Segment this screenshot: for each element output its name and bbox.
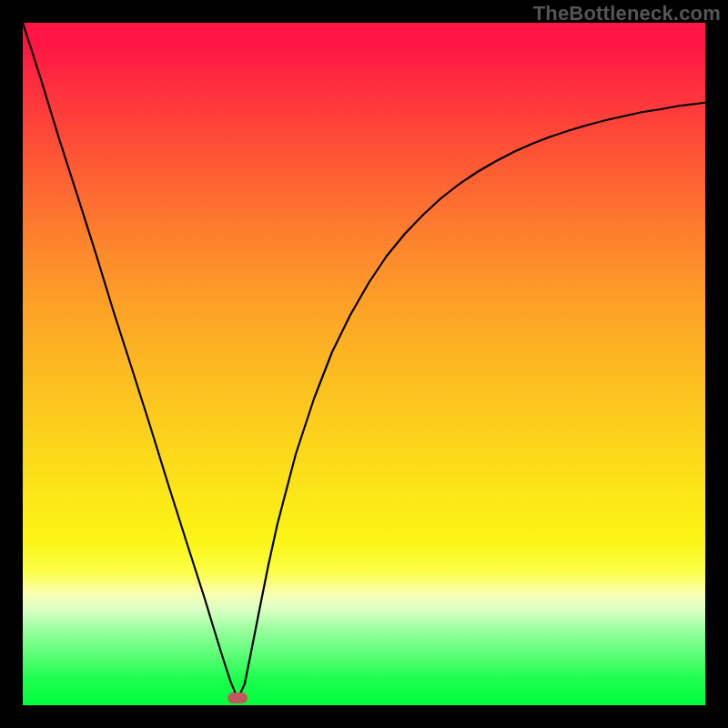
bottleneck-curve: [23, 23, 705, 705]
chart-frame: TheBottleneck.com: [0, 0, 728, 728]
watermark-text: TheBottleneck.com: [533, 2, 721, 25]
plot-area: [23, 23, 705, 705]
minimum-marker: [228, 693, 248, 703]
